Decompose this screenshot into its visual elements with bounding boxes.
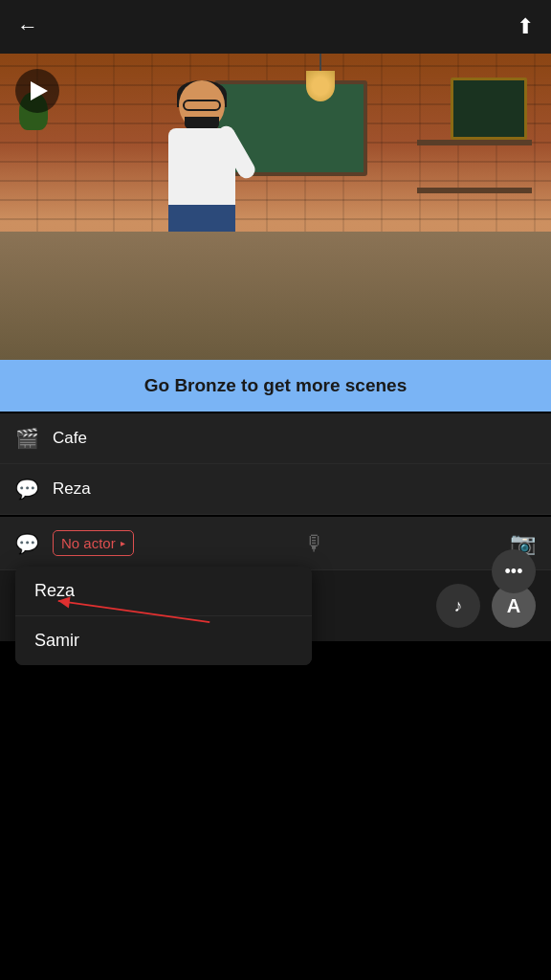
character-actor: [154, 80, 250, 243]
actor-dialogue-icon: 💬: [15, 532, 39, 555]
char-pants: [168, 205, 235, 257]
shelf-prop-2: [417, 188, 532, 193]
scene-icon: 🎬: [15, 427, 39, 450]
more-options-button[interactable]: •••: [492, 549, 536, 593]
back-button[interactable]: ←: [17, 14, 38, 39]
video-preview: [0, 54, 551, 360]
promo-text: Go Bronze to get more scenes: [144, 375, 408, 395]
font-icon: A: [507, 595, 520, 617]
music-button[interactable]: ♪: [436, 584, 480, 628]
scene-name: Cafe: [53, 429, 87, 448]
actor-option-samir[interactable]: Samir: [15, 616, 312, 665]
scene-section: 🎬 Cafe 💬 Reza: [0, 413, 551, 515]
actor-section: 💬 No actor ▸ 🎙 📷 Reza Samir: [0, 517, 551, 570]
mic-icon[interactable]: 🎙: [304, 531, 325, 556]
selection-arrow: [57, 611, 210, 612]
top-navigation: ← ⬆: [0, 0, 551, 54]
actor-dropdown[interactable]: No actor ▸: [53, 530, 134, 556]
promo-banner[interactable]: Go Bronze to get more scenes: [0, 360, 551, 412]
scene-background: [0, 54, 551, 360]
scene-row[interactable]: 🎬 Cafe: [0, 413, 551, 464]
play-icon: [31, 81, 48, 100]
dialogue-speaker: Reza: [53, 479, 91, 499]
actor-label: No actor: [61, 535, 116, 551]
frame-prop: [451, 78, 527, 140]
shelf-prop-1: [417, 140, 532, 145]
dialogue-icon: 💬: [15, 478, 39, 501]
char-glasses: [183, 100, 221, 111]
share-button[interactable]: ⬆: [517, 14, 534, 39]
music-icon: ♪: [454, 596, 463, 616]
dialogue-row[interactable]: 💬 Reza: [0, 464, 551, 515]
lamp-prop: [320, 54, 321, 101]
actor-option-reza[interactable]: Reza: [15, 567, 312, 616]
actor-row: 💬 No actor ▸ 🎙 📷 Reza Samir: [0, 517, 551, 570]
dropdown-caret: ▸: [121, 538, 125, 548]
char-body: [168, 128, 235, 210]
dots-icon: •••: [505, 562, 523, 582]
play-button[interactable]: [15, 69, 59, 113]
